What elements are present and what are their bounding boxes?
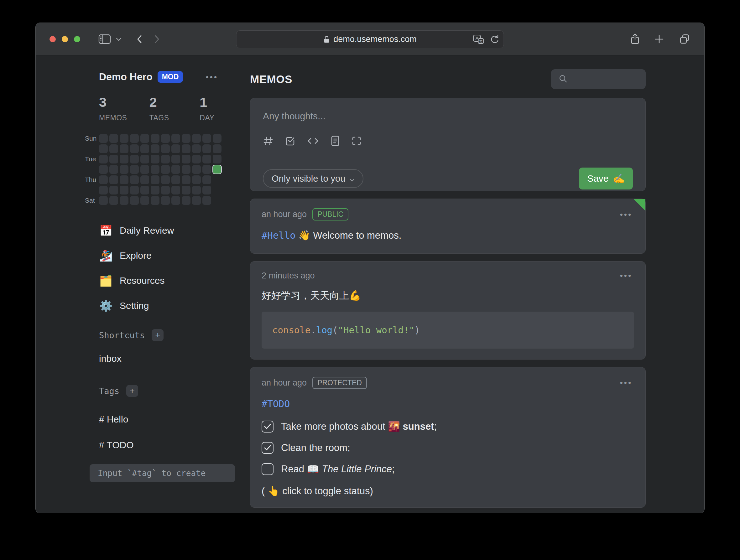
heatmap-cell[interactable] xyxy=(151,145,160,153)
heatmap-cell[interactable] xyxy=(192,196,201,205)
sidebar-item-setting[interactable]: ⚙️ Setting xyxy=(99,293,250,318)
heatmap-cell[interactable] xyxy=(130,165,139,174)
heatmap-cell[interactable] xyxy=(120,155,128,164)
heatmap-cell[interactable] xyxy=(141,186,149,194)
memo-tag[interactable]: #Hello xyxy=(262,230,295,241)
heatmap-cell[interactable] xyxy=(161,155,170,164)
share-button[interactable] xyxy=(630,33,640,45)
tag-item-hello[interactable]: # Hello xyxy=(99,414,250,425)
heatmap-cell[interactable] xyxy=(99,186,108,194)
fullscreen-tool-button[interactable] xyxy=(351,135,362,147)
heatmap-cell[interactable] xyxy=(182,145,190,153)
heatmap-cell[interactable] xyxy=(120,196,128,205)
heatmap-cell[interactable] xyxy=(99,196,108,205)
memo-menu-button[interactable]: ••• xyxy=(618,378,634,387)
close-window-button[interactable] xyxy=(50,36,56,42)
heatmap-cell[interactable] xyxy=(182,134,190,143)
memo-tag[interactable]: #TODO xyxy=(262,398,290,409)
heatmap-cell[interactable] xyxy=(151,155,160,164)
heatmap-cell[interactable] xyxy=(151,175,160,184)
user-menu-button[interactable]: ••• xyxy=(204,73,220,81)
heatmap-cell[interactable] xyxy=(202,155,211,164)
tag-item-todo[interactable]: # TODO xyxy=(99,440,250,450)
heatmap-cell[interactable] xyxy=(192,155,201,164)
add-shortcut-button[interactable]: + xyxy=(152,329,164,341)
heatmap-cell[interactable] xyxy=(182,186,190,194)
memo-menu-button[interactable]: ••• xyxy=(618,271,634,280)
translate-button[interactable]: A 文 xyxy=(473,34,484,44)
zoom-window-button[interactable] xyxy=(74,36,80,42)
checkbox-unchecked[interactable] xyxy=(262,463,274,475)
heatmap-cell[interactable] xyxy=(192,134,201,143)
heatmap-cell[interactable] xyxy=(120,186,128,194)
heatmap-cell[interactable] xyxy=(99,134,108,143)
heatmap-cell[interactable] xyxy=(151,196,160,205)
checkbox-checked[interactable] xyxy=(262,421,274,433)
template-tool-button[interactable] xyxy=(331,135,340,148)
heatmap-cell[interactable] xyxy=(182,175,190,184)
heatmap-cell[interactable] xyxy=(202,134,211,143)
heatmap-cell[interactable] xyxy=(182,155,190,164)
heatmap-cell[interactable] xyxy=(151,134,160,143)
heatmap-cell[interactable] xyxy=(141,175,149,184)
heatmap-cell[interactable] xyxy=(171,134,180,143)
heatmap-cell[interactable] xyxy=(130,145,139,153)
heatmap-cell[interactable] xyxy=(192,186,201,194)
heatmap-cell[interactable] xyxy=(120,134,128,143)
heatmap-cell[interactable] xyxy=(99,175,108,184)
heatmap-cell[interactable] xyxy=(109,196,118,205)
heatmap-cell[interactable] xyxy=(120,165,128,174)
heatmap-cell[interactable] xyxy=(171,186,180,194)
back-button[interactable] xyxy=(136,34,143,44)
heatmap-cell[interactable] xyxy=(161,196,170,205)
tab-group-chevron-button[interactable] xyxy=(116,37,121,41)
search-input[interactable] xyxy=(551,69,646,89)
heatmap-cell[interactable] xyxy=(130,186,139,194)
heatmap-cell[interactable] xyxy=(130,196,139,205)
heatmap-cell[interactable] xyxy=(171,145,180,153)
heatmap-cell[interactable] xyxy=(109,175,118,184)
heatmap-cell[interactable] xyxy=(202,186,211,194)
sidebar-item-resources[interactable]: 🗂️ Resources xyxy=(99,268,250,293)
visibility-select[interactable]: Only visible to you xyxy=(263,169,363,188)
heatmap-cell[interactable] xyxy=(141,134,149,143)
add-tag-button[interactable]: + xyxy=(126,385,138,397)
checkbox-checked[interactable] xyxy=(262,442,274,454)
new-tab-button[interactable] xyxy=(654,34,664,44)
heatmap-cell[interactable] xyxy=(202,196,211,205)
heatmap-cell[interactable] xyxy=(192,175,201,184)
user-name[interactable]: Demo Hero xyxy=(99,71,153,83)
sidebar-item-daily-review[interactable]: 📅 Daily Review xyxy=(99,218,250,243)
heatmap-cell[interactable] xyxy=(130,175,139,184)
memo-menu-button[interactable]: ••• xyxy=(618,210,634,219)
heatmap-cell[interactable] xyxy=(99,155,108,164)
heatmap-cell[interactable] xyxy=(192,145,201,153)
heatmap-cell[interactable] xyxy=(141,196,149,205)
sidebar-toggle-button[interactable] xyxy=(98,34,111,44)
heatmap-cell[interactable] xyxy=(120,175,128,184)
checklist-tool-button[interactable] xyxy=(285,135,295,147)
sidebar-item-explore[interactable]: 🏂 Explore xyxy=(99,243,250,268)
heatmap-cell[interactable] xyxy=(171,175,180,184)
tag-tool-button[interactable] xyxy=(263,135,274,147)
forward-button[interactable] xyxy=(154,34,160,44)
heatmap-cell[interactable] xyxy=(161,186,170,194)
heatmap-cell[interactable] xyxy=(202,175,211,184)
heatmap-cell[interactable] xyxy=(202,165,211,174)
heatmap-cell[interactable] xyxy=(99,165,108,174)
heatmap-cell[interactable] xyxy=(109,186,118,194)
heatmap-cell[interactable] xyxy=(120,145,128,153)
tag-create-input[interactable] xyxy=(90,464,235,482)
shortcut-item-inbox[interactable]: inbox xyxy=(99,353,250,364)
tabs-overview-button[interactable] xyxy=(678,33,690,45)
reload-button[interactable] xyxy=(490,34,499,44)
heatmap-cell[interactable] xyxy=(109,145,118,153)
heatmap-cell[interactable] xyxy=(182,165,190,174)
heatmap-cell[interactable] xyxy=(213,155,221,164)
heatmap-cell[interactable] xyxy=(192,165,201,174)
heatmap-cell[interactable] xyxy=(161,175,170,184)
heatmap-cell[interactable] xyxy=(109,155,118,164)
heatmap-cell[interactable] xyxy=(213,145,221,153)
minimize-window-button[interactable] xyxy=(62,36,68,42)
heatmap-cell[interactable] xyxy=(161,134,170,143)
